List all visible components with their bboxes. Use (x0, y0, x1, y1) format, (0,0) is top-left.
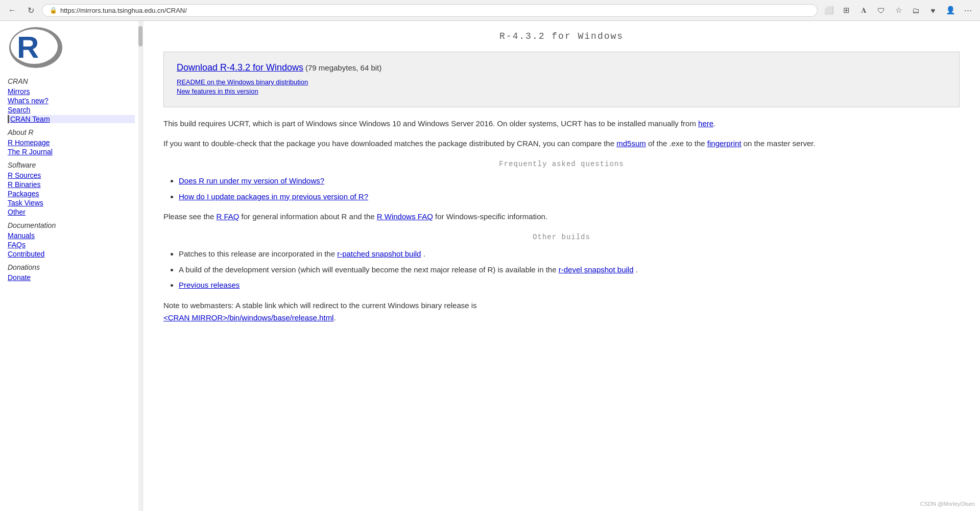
cran-mirror-link[interactable]: <CRAN MIRROR>/bin/windows/base/release.h… (163, 313, 333, 322)
build-item-2: A build of the development version (whic… (179, 263, 960, 276)
ucrt-paragraph: This build requires UCRT, which is part … (163, 118, 960, 130)
sidebar-item-manuals[interactable]: Manuals (8, 231, 135, 240)
sidebar-cran-header: CRAN Mirrors What's new? Search CRAN Tea… (8, 77, 135, 123)
more-icon[interactable]: ⋯ (961, 3, 975, 17)
rfaq-link[interactable]: R FAQ (216, 212, 239, 221)
lock-icon: 🔒 (50, 7, 57, 14)
sidebar-item-cran-team[interactable]: CRAN Team (8, 115, 135, 123)
documentation-header: Documentation (8, 221, 135, 229)
sidebar-donations: Donations Donate (8, 263, 135, 282)
read-icon[interactable]: 𝐀 (856, 3, 871, 17)
browser-chrome: ← ↻ 🔒 https://mirrors.tuna.tsinghua.edu.… (0, 0, 980, 21)
build-item-3: Previous releases (179, 278, 960, 292)
sidebar-item-search[interactable]: Search (8, 106, 135, 114)
other-builds-header: Other builds (163, 233, 960, 241)
faq-link-2[interactable]: How do I update packages in my previous … (179, 192, 368, 201)
webmaster-note: Note to webmasters: A stable link which … (163, 299, 960, 324)
fingerprint-link[interactable]: fingerprint (707, 139, 742, 148)
back-button[interactable]: ← (5, 3, 19, 17)
heart-icon[interactable]: ♥ (926, 3, 940, 17)
grid-icon[interactable]: ⊞ (839, 3, 853, 17)
rwindows-faq-link[interactable]: R Windows FAQ (377, 212, 433, 221)
rfaq-paragraph: Please see the R FAQ for general informa… (163, 211, 960, 223)
sidebar-item-mirrors[interactable]: Mirrors (8, 87, 135, 96)
previous-releases-link[interactable]: Previous releases (179, 281, 240, 289)
sidebar-item-other[interactable]: Other (8, 208, 135, 216)
page-title: R-4.3.2 for Windows (163, 31, 960, 41)
browser-toolbar: ⬜ ⊞ 𝐀 🛡 ☆ 🗂 ♥ 👤 ⋯ (822, 3, 975, 17)
collections-icon[interactable]: 🗂 (909, 3, 923, 17)
main-content: R-4.3.2 for Windows Download R-4.3.2 for… (143, 21, 980, 511)
readme-link[interactable]: README on the Windows binary distributio… (177, 78, 946, 86)
sidebar-item-r-binaries[interactable]: R Binaries (8, 180, 135, 189)
sidebar-item-r-journal[interactable]: The R Journal (8, 148, 135, 156)
software-header: Software (8, 161, 135, 169)
download-box: Download R-4.3.2 for Windows (79 megabyt… (163, 52, 960, 107)
faq-list: Does R run under my version of Windows? … (179, 174, 960, 203)
r-patched-link[interactable]: r-patched snapshot build (337, 249, 421, 258)
sidebar-item-r-sources[interactable]: R Sources (8, 171, 135, 179)
md5sum-link[interactable]: md5sum (616, 139, 646, 148)
sidebar-about-r: About R R Homepage The R Journal (8, 128, 135, 156)
build-item-1: Patches to this release are incorporated… (179, 247, 960, 261)
md5sum-paragraph: If you want to double-check that the pac… (163, 137, 960, 150)
watermark: CSDN @MorleyOlsen (920, 501, 975, 507)
address-bar[interactable]: 🔒 https://mirrors.tuna.tsinghua.edu.cn/C… (42, 4, 818, 17)
sidebar-item-whats-new[interactable]: What's new? (8, 97, 135, 105)
sidebar-scrollbar[interactable] (138, 21, 142, 511)
page-layout: R CRAN Mirrors What's new? Search CRAN T… (0, 21, 980, 511)
sidebar-documentation: Documentation Manuals FAQs Contributed (8, 221, 135, 258)
tab-icon[interactable]: ⬜ (822, 3, 836, 17)
bookmark-icon[interactable]: ☆ (891, 3, 905, 17)
download-main-link[interactable]: Download R-4.3.2 for Windows (177, 62, 303, 73)
faq-item-2: How do I update packages in my previous … (179, 190, 960, 203)
faq-item-1: Does R run under my version of Windows? (179, 174, 960, 188)
sidebar-software: Software R Sources R Binaries Packages T… (8, 161, 135, 216)
sidebar-scrollbar-thumb (138, 26, 142, 47)
about-r-header: About R (8, 128, 135, 136)
url-text: https://mirrors.tuna.tsinghua.edu.cn/CRA… (60, 7, 187, 14)
download-size-text: (79 megabytes, 64 bit) (305, 63, 381, 72)
r-devel-link[interactable]: r-devel snapshot build (559, 265, 634, 274)
cran-label: CRAN (8, 77, 135, 85)
faq-header: Frequently asked questions (163, 160, 960, 168)
other-builds-list: Patches to this release are incorporated… (179, 247, 960, 292)
svg-text:R: R (17, 30, 39, 64)
new-features-link[interactable]: New features in this version (177, 87, 946, 95)
sidebar: R CRAN Mirrors What's new? Search CRAN T… (0, 21, 143, 511)
sidebar-item-r-homepage[interactable]: R Homepage (8, 138, 135, 147)
profile-icon[interactable]: 👤 (943, 3, 958, 17)
donations-header: Donations (8, 263, 135, 271)
faq-link-1[interactable]: Does R run under my version of Windows? (179, 176, 324, 185)
download-sub-links: README on the Windows binary distributio… (177, 78, 946, 95)
sidebar-item-contributed[interactable]: Contributed (8, 250, 135, 258)
shield-icon[interactable]: 🛡 (874, 3, 888, 17)
here-link[interactable]: here (698, 119, 713, 128)
r-logo: R (8, 26, 135, 69)
refresh-button[interactable]: ↻ (23, 3, 38, 17)
sidebar-item-faqs[interactable]: FAQs (8, 241, 135, 249)
sidebar-item-task-views[interactable]: Task Views (8, 199, 135, 207)
sidebar-item-donate[interactable]: Donate (8, 273, 135, 282)
sidebar-item-packages[interactable]: Packages (8, 190, 135, 198)
